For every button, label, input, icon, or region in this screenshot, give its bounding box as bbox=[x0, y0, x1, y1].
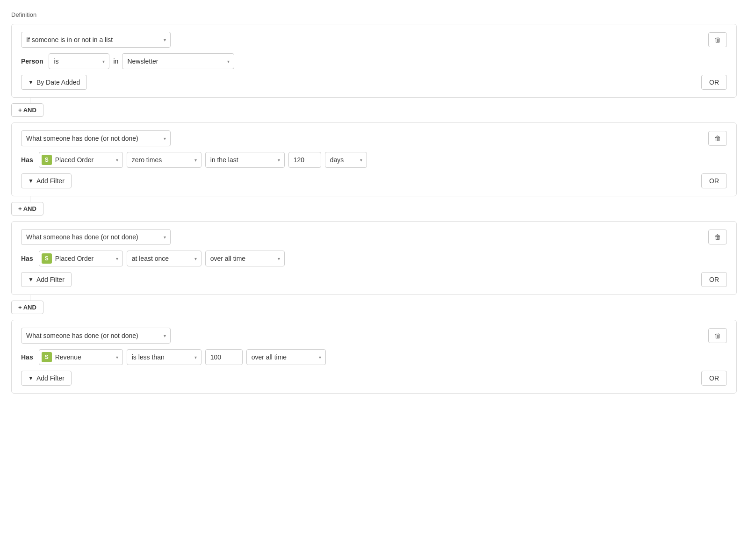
and-connector-1: + AND bbox=[11, 103, 737, 117]
block3-frequency-select[interactable]: at least once bbox=[127, 251, 201, 266]
condition-block-3: What someone has done (or not done) ▾ 🗑 … bbox=[11, 221, 737, 295]
block4-add-filter-button[interactable]: ▼ Add Filter bbox=[21, 371, 72, 386]
block2-filter-icon: ▼ bbox=[28, 178, 34, 184]
condition-block-1: If someone is in or not in a list ▾ 🗑 Pe… bbox=[11, 24, 737, 98]
block4-delete-button[interactable]: 🗑 bbox=[708, 328, 727, 343]
block4-number-input[interactable] bbox=[205, 349, 243, 365]
block4-condition-select[interactable]: is less than bbox=[127, 349, 201, 365]
block4-event-select[interactable]: Revenue bbox=[39, 349, 123, 365]
block2-number-input[interactable] bbox=[288, 152, 321, 168]
and-button-1[interactable]: + AND bbox=[11, 103, 43, 117]
block3-add-filter-button[interactable]: ▼ Add Filter bbox=[21, 272, 72, 287]
block3-event-select[interactable]: Placed Order bbox=[39, 251, 123, 266]
block1-filter-icon: ▼ bbox=[28, 79, 34, 86]
block1-filter-button[interactable]: ▼ By Date Added bbox=[21, 75, 87, 90]
block4-timeframe-select[interactable]: over all time bbox=[246, 349, 326, 365]
block2-timeframe-select[interactable]: in the last bbox=[205, 152, 285, 168]
block1-or-button[interactable]: OR bbox=[701, 75, 727, 90]
block3-or-button[interactable]: OR bbox=[701, 272, 727, 287]
definition-label: Definition bbox=[11, 11, 737, 18]
and-connector-3: + AND bbox=[11, 301, 737, 314]
block3-delete-button[interactable]: 🗑 bbox=[708, 230, 727, 244]
block3-has-label: Has bbox=[21, 255, 33, 262]
and-connector-2: + AND bbox=[11, 202, 737, 215]
condition-block-2: What someone has done (or not done) ▾ 🗑 … bbox=[11, 122, 737, 196]
condition-block-4: What someone has done (or not done) ▾ 🗑 … bbox=[11, 320, 737, 394]
block1-person-label: Person bbox=[21, 57, 43, 65]
block4-filter-icon: ▼ bbox=[28, 375, 34, 381]
block1-person-is-select[interactable]: is bbox=[49, 53, 109, 69]
and-button-3[interactable]: + AND bbox=[11, 301, 43, 314]
block2-event-select[interactable]: Placed Order bbox=[39, 152, 123, 168]
block2-frequency-select[interactable]: zero times bbox=[127, 152, 201, 168]
block2-delete-button[interactable]: 🗑 bbox=[708, 131, 727, 146]
block3-timeframe-select[interactable]: over all time bbox=[205, 251, 285, 266]
block4-or-button[interactable]: OR bbox=[701, 371, 727, 386]
block1-newsletter-select[interactable]: Newsletter bbox=[122, 53, 234, 69]
block1-in-label: in bbox=[113, 57, 118, 65]
block2-has-label: Has bbox=[21, 156, 33, 164]
block3-filter-icon: ▼ bbox=[28, 276, 34, 283]
block2-days-select[interactable]: days bbox=[325, 152, 367, 168]
block3-main-select[interactable]: What someone has done (or not done) bbox=[21, 229, 171, 245]
block2-or-button[interactable]: OR bbox=[701, 173, 727, 188]
block1-delete-button[interactable]: 🗑 bbox=[708, 32, 727, 47]
and-button-2[interactable]: + AND bbox=[11, 202, 43, 215]
block2-main-select[interactable]: What someone has done (or not done) bbox=[21, 130, 171, 146]
block4-has-label: Has bbox=[21, 353, 33, 361]
block4-main-select[interactable]: What someone has done (or not done) bbox=[21, 328, 171, 344]
block1-main-select[interactable]: If someone is in or not in a list bbox=[21, 32, 171, 48]
block2-add-filter-button[interactable]: ▼ Add Filter bbox=[21, 173, 72, 188]
